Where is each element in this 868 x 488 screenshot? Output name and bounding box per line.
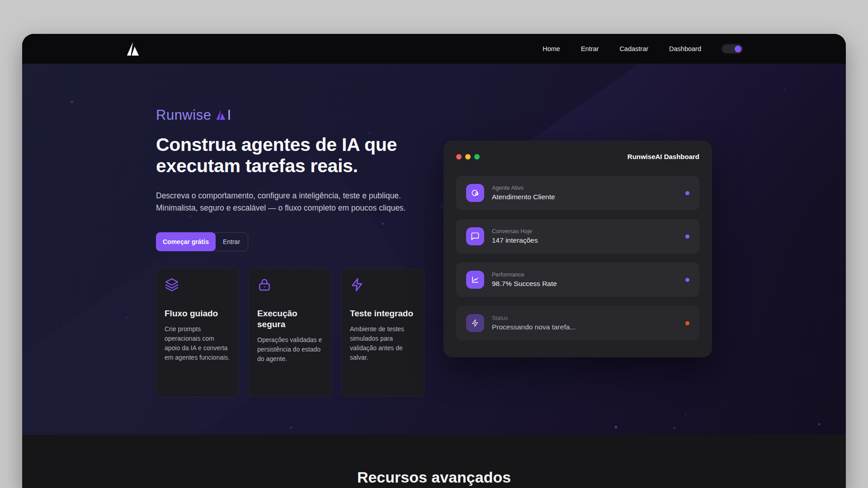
chart-icon [466, 271, 484, 289]
start-free-button[interactable]: Começar grátis [156, 232, 216, 251]
hero-title: Construa agentes de IA que executam tare… [156, 134, 427, 177]
theme-toggle-knob [735, 46, 741, 52]
hero-description: Descreva o comportamento, configure a in… [156, 190, 427, 214]
status-dot [685, 278, 689, 282]
agent-circle-icon [466, 184, 484, 202]
hero-title-line1: Construa agentes de IA que [156, 134, 427, 155]
lock-icon [257, 277, 323, 292]
row-label: Performance [492, 272, 557, 278]
status-dot [685, 321, 689, 325]
hero-section: Runwise I Construa agentes de IA que exe… [22, 64, 846, 435]
hero-description-line1: Descreva o comportamento, configure a in… [156, 190, 427, 202]
feature-card-teste-integrado[interactable]: Teste integrado Ambiente de testes simul… [341, 268, 425, 397]
hero-title-line2: executam tarefas reais. [156, 155, 427, 177]
dashboard-row-performance[interactable]: Performance 98.7% Success Rate [456, 263, 699, 297]
row-label: Conversas Hoje [492, 228, 538, 235]
brand-text: Runwise [156, 107, 211, 123]
traffic-light-green [474, 154, 480, 160]
zap-icon [350, 277, 416, 292]
feature-description: Operações validadas e persistência do es… [257, 335, 323, 364]
traffic-light-red [456, 154, 462, 160]
brand-wordmark: Runwise I [156, 106, 427, 124]
nav-link-entrar[interactable]: Entrar [581, 45, 599, 52]
dashboard-title: RunwiseAI Dashboard [627, 153, 699, 160]
brand-logo-icon[interactable] [125, 42, 141, 56]
dashboard-row-status[interactable]: Status Processando nova tarefa... [456, 306, 699, 340]
star-dot [71, 101, 73, 103]
traffic-light-yellow [465, 154, 471, 160]
hero-description-line2: Minimalista, seguro e escalável — o flux… [156, 202, 427, 214]
row-value: 98.7% Success Rate [492, 280, 557, 288]
zap-icon [466, 314, 484, 332]
feature-cards: Fluxo guiado Crie prompts operacionais c… [156, 268, 427, 397]
star-dot [685, 414, 686, 415]
theme-toggle[interactable] [722, 44, 743, 53]
cta-buttons: Começar grátis Entrar [156, 232, 427, 251]
feature-title: Fluxo guiado [165, 308, 231, 319]
feature-card-execucao-segura[interactable]: Execução segura Operações validadas e pe… [249, 268, 332, 397]
top-navbar: Home Entrar Cadastrar Dashboard [22, 34, 846, 64]
brand-triangle-icon [215, 108, 226, 124]
recursos-section: Recursos avançados [22, 435, 846, 488]
status-dot [685, 191, 689, 195]
dashboard-mockup-card: RunwiseAI Dashboard Agente Ativo Atendi [443, 141, 712, 357]
message-icon [466, 227, 484, 245]
status-dot [685, 235, 689, 239]
feature-description: Crie prompts operacionais com apoio da I… [165, 324, 231, 362]
feature-title: Teste integrado [350, 308, 416, 319]
window-traffic-lights [456, 154, 480, 160]
login-button[interactable]: Entrar [215, 232, 248, 251]
app-window: Home Entrar Cadastrar Dashboard [22, 34, 846, 488]
nav-links: Home Entrar Cadastrar Dashboard [542, 44, 743, 53]
star-dot [818, 423, 820, 425]
section-title: Recursos avançados [22, 435, 846, 486]
dashboard-header: RunwiseAI Dashboard [456, 153, 699, 160]
dashboard-row-agente-ativo[interactable]: Agente Ativo Atendimento Cliente [456, 176, 699, 210]
dashboard-rows: Agente Ativo Atendimento Cliente Conv [456, 176, 699, 340]
feature-description: Ambiente de testes simulados para valida… [350, 324, 416, 362]
star-dot [674, 427, 675, 429]
brand-suffix: I [227, 107, 231, 123]
row-value: Processando nova tarefa... [492, 323, 576, 331]
star-dot [290, 427, 292, 428]
nav-link-cadastrar[interactable]: Cadastrar [619, 45, 648, 52]
star-dot [615, 426, 617, 428]
star-dot [784, 89, 785, 90]
feature-title: Execução segura [257, 308, 323, 330]
nav-link-dashboard[interactable]: Dashboard [669, 45, 701, 52]
row-value: Atendimento Cliente [492, 193, 555, 201]
dashboard-row-conversas-hoje[interactable]: Conversas Hoje 147 interações [456, 219, 699, 253]
row-label: Status [492, 315, 576, 321]
layers-icon [165, 277, 231, 292]
star-dot [126, 317, 127, 318]
row-label: Agente Ativo [492, 185, 555, 191]
row-value: 147 interações [492, 236, 538, 244]
nav-link-home[interactable]: Home [542, 45, 560, 52]
feature-card-fluxo-guiado[interactable]: Fluxo guiado Crie prompts operacionais c… [156, 268, 239, 397]
